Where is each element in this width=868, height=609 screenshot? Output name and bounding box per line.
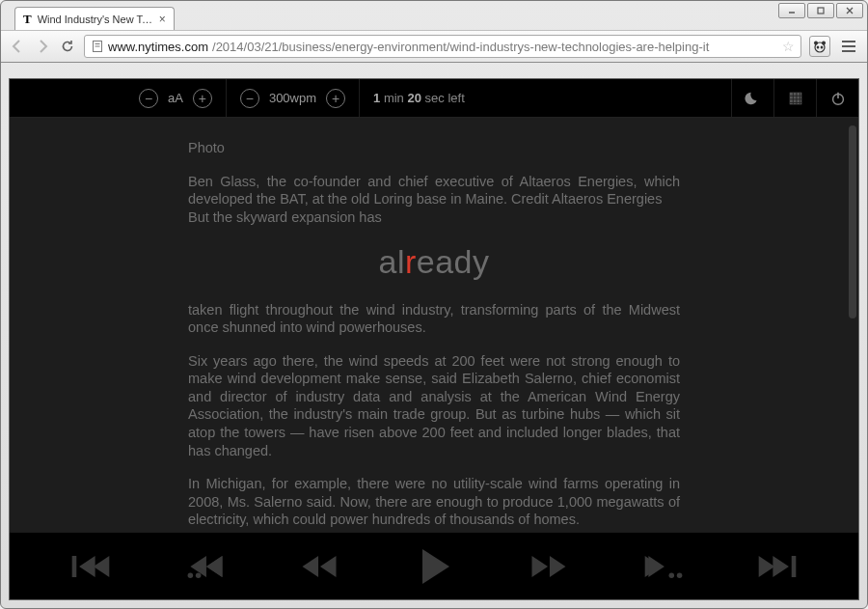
reader-body: Photo Ben Glass, the co-founder and chie… xyxy=(10,118,858,532)
reader-app: − aA + − 300wpm + 1 min 20 sec left xyxy=(9,78,859,600)
playback-bar xyxy=(10,532,858,599)
svg-marker-33 xyxy=(531,555,548,576)
font-size-label: aA xyxy=(168,91,183,105)
page-icon xyxy=(91,40,104,53)
focus-pivot: r xyxy=(405,243,417,280)
lead-in-text: But the skyward expansion has xyxy=(188,209,382,225)
wpm-label: 300wpm xyxy=(269,91,316,105)
panda-icon xyxy=(812,39,827,54)
dark-mode-button[interactable] xyxy=(731,79,773,117)
svg-marker-23 xyxy=(94,555,110,576)
url-path: /2014/03/21/business/energy-environment/… xyxy=(212,40,709,54)
paragraph-3: In Michigan, for example, there were no … xyxy=(188,475,680,529)
browser-menu-button[interactable] xyxy=(838,36,859,57)
focus-post: eady xyxy=(417,243,490,280)
power-button[interactable] xyxy=(816,79,858,117)
texture-icon xyxy=(787,90,804,107)
svg-point-8 xyxy=(814,42,818,45)
focus-pre: al xyxy=(378,243,404,280)
font-size-control: − aA + xyxy=(125,79,227,117)
svg-marker-30 xyxy=(303,555,319,576)
svg-marker-32 xyxy=(422,549,449,584)
rewind-dots-button[interactable] xyxy=(172,542,239,591)
svg-point-9 xyxy=(822,42,826,45)
photo-label: Photo xyxy=(188,139,680,157)
wpm-decrease-button[interactable]: − xyxy=(240,89,259,108)
svg-rect-21 xyxy=(71,555,76,576)
url-host: www.nytimes.com xyxy=(108,40,208,54)
skip-to-end-button[interactable] xyxy=(744,542,811,591)
nav-reload-button[interactable] xyxy=(59,38,76,55)
extension-button[interactable] xyxy=(809,36,830,57)
browser-window: T Wind Industry's New Tech… × www.nytime… xyxy=(0,0,868,609)
nyt-favicon: T xyxy=(23,12,32,27)
bookmark-star-icon[interactable]: ☆ xyxy=(782,39,795,54)
url-bar[interactable]: www.nytimes.com/2014/03/21/business/ener… xyxy=(84,35,801,58)
scrollbar-thumb[interactable] xyxy=(849,125,856,318)
photo-caption: Ben Glass, the co-founder and chief exec… xyxy=(188,174,680,208)
fast-forward-button[interactable] xyxy=(515,542,583,591)
time-remaining: 1 min 20 sec left xyxy=(360,79,478,117)
browser-tab[interactable]: T Wind Industry's New Tech… × xyxy=(14,7,175,30)
svg-marker-31 xyxy=(320,555,337,576)
paragraph-1: taken flight throughout the wind industr… xyxy=(188,301,680,337)
nav-back-button[interactable] xyxy=(9,38,26,55)
svg-marker-41 xyxy=(773,555,790,576)
svg-marker-34 xyxy=(550,555,566,576)
focus-word-display: already xyxy=(188,241,680,284)
svg-point-24 xyxy=(187,572,193,578)
skip-to-start-button[interactable] xyxy=(57,542,124,591)
settings-bar: − aA + − 300wpm + 1 min 20 sec left xyxy=(10,79,858,118)
font-increase-button[interactable]: + xyxy=(193,89,212,108)
svg-marker-22 xyxy=(79,555,95,576)
tab-close-icon[interactable]: × xyxy=(159,13,166,26)
tab-title: Wind Industry's New Tech… xyxy=(38,14,153,25)
browser-toolbar: www.nytimes.com/2014/03/21/business/ener… xyxy=(1,30,867,63)
forward-dots-button[interactable] xyxy=(630,542,697,591)
svg-point-38 xyxy=(668,572,674,578)
svg-point-10 xyxy=(817,45,820,48)
wpm-increase-button[interactable]: + xyxy=(326,89,345,108)
svg-point-25 xyxy=(195,572,201,578)
svg-point-39 xyxy=(676,572,682,578)
svg-point-11 xyxy=(821,45,824,48)
font-decrease-button[interactable]: − xyxy=(139,89,158,108)
tab-strip: T Wind Industry's New Tech… × xyxy=(1,7,867,30)
power-icon xyxy=(829,90,847,107)
paragraph-2: Six years ago there, the wind speeds at … xyxy=(188,352,680,459)
moon-icon xyxy=(745,90,762,107)
nav-forward-button[interactable] xyxy=(34,38,51,55)
contrast-mode-button[interactable] xyxy=(773,79,816,117)
svg-marker-40 xyxy=(759,555,775,576)
wpm-control: − 300wpm + xyxy=(227,79,360,117)
rewind-button[interactable] xyxy=(285,542,353,591)
svg-rect-42 xyxy=(792,555,797,576)
play-button[interactable] xyxy=(400,542,468,591)
